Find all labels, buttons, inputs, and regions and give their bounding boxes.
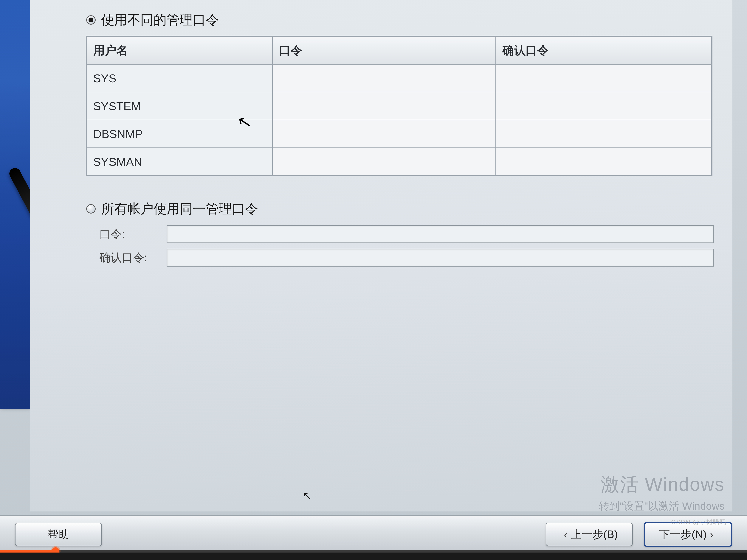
passwords-table: 用户名 口令 确认口令 SYS SYSTEM [86, 36, 712, 176]
video-control-bar[interactable] [0, 553, 747, 560]
password-cell[interactable] [273, 120, 496, 148]
csdn-watermark: CSDN @小树喵吗 [671, 518, 726, 526]
radio-different-passwords-row[interactable]: 使用不同的管理口令 [86, 11, 714, 29]
username-cell: SYSMAN [87, 148, 273, 176]
password-options-panel: 使用不同的管理口令 用户名 口令 确认口令 SYS [86, 11, 714, 267]
radio-same-password-row[interactable]: 所有帐户使用同一管理口令 [86, 200, 714, 218]
next-button-label: 下一步(N) [659, 527, 707, 542]
confirm-cell[interactable] [496, 92, 712, 120]
radio-same-password[interactable] [86, 204, 96, 214]
table-row: SYSMAN [87, 148, 712, 176]
confirm-field-label: 确认口令: [99, 250, 166, 265]
back-button-label: 上一步(B) [571, 527, 618, 542]
radio-different-passwords[interactable] [86, 15, 96, 25]
confirm-cell[interactable] [496, 148, 712, 176]
confirm-cell[interactable] [496, 120, 712, 148]
cursor-icon: ↖ [303, 489, 312, 502]
table-header-row: 用户名 口令 确认口令 [87, 36, 712, 64]
col-header-confirm: 确认口令 [496, 36, 712, 64]
wizard-sidebar-graphic [0, 0, 30, 409]
password-field-label: 口令: [99, 226, 166, 242]
col-header-username: 用户名 [87, 36, 273, 64]
video-progress-bar[interactable] [0, 550, 747, 553]
radio-same-password-label: 所有帐户使用同一管理口令 [101, 200, 258, 218]
chevron-left-icon: ‹ [564, 529, 568, 540]
radio-different-passwords-label: 使用不同的管理口令 [101, 11, 219, 29]
video-progress-played[interactable] [0, 550, 56, 553]
confirm-field-row: 确认口令: [99, 249, 714, 267]
wizard-button-bar: 帮助 ‹ 上一步(B) 下一步(N) › [0, 515, 747, 553]
password-cell[interactable] [273, 92, 496, 120]
username-cell: SYSTEM [87, 92, 273, 120]
chevron-right-icon: › [710, 529, 714, 540]
table-row: DBSNMP [87, 120, 712, 148]
wizard-body: 使用不同的管理口令 用户名 口令 确认口令 SYS [30, 0, 732, 511]
help-button[interactable]: 帮助 [15, 523, 102, 546]
back-button[interactable]: ‹ 上一步(B) [546, 523, 633, 546]
password-input[interactable] [166, 225, 714, 243]
col-header-password: 口令 [273, 36, 496, 64]
confirm-input[interactable] [166, 249, 714, 267]
password-cell[interactable] [273, 64, 496, 92]
username-cell: SYS [87, 64, 273, 92]
table-row: SYS [87, 64, 712, 92]
password-cell[interactable] [273, 148, 496, 176]
help-button-label: 帮助 [48, 527, 69, 542]
screenshot-viewport: 使用不同的管理口令 用户名 口令 确认口令 SYS [0, 0, 747, 560]
table-row: SYSTEM [87, 92, 712, 120]
confirm-cell[interactable] [496, 64, 712, 92]
password-field-row: 口令: [99, 225, 714, 243]
username-cell: DBSNMP [87, 120, 273, 148]
same-password-fields: 口令: 确认口令: [99, 225, 714, 267]
